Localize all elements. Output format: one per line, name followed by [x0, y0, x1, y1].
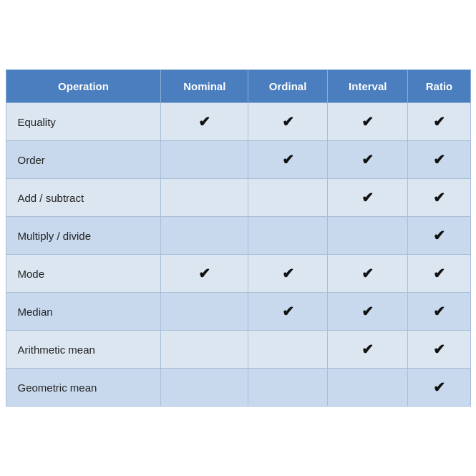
interval-cell: ✔ [328, 331, 408, 369]
operation-cell: Arithmetic mean [6, 331, 161, 369]
ordinal-cell [248, 369, 328, 407]
col-header-ratio: Ratio [408, 70, 470, 103]
table-wrapper: Operation Nominal Ordinal Interval Ratio… [6, 69, 471, 407]
ratio-cell: ✔ [408, 103, 470, 141]
operation-cell: Mode [6, 255, 161, 293]
ordinal-cell [248, 217, 328, 255]
checkmark-icon: ✔ [282, 266, 294, 281]
checkmark-icon: ✔ [361, 114, 374, 130]
table-row: Equality✔✔✔✔ [6, 103, 470, 141]
nominal-cell [161, 331, 248, 369]
checkmark-icon: ✔ [198, 114, 210, 130]
checkmark-icon: ✔ [433, 303, 445, 319]
nominal-cell [161, 217, 248, 255]
table-row: Arithmetic mean✔✔ [6, 331, 470, 369]
col-header-nominal: Nominal [161, 70, 248, 103]
checkmark-icon: ✔ [282, 152, 294, 167]
nominal-cell: ✔ [161, 255, 248, 293]
operation-cell: Geometric mean [6, 369, 161, 407]
operation-cell: Equality [6, 103, 161, 141]
col-header-interval: Interval [328, 70, 408, 103]
ratio-cell: ✔ [408, 331, 470, 369]
checkmark-icon: ✔ [361, 152, 374, 167]
ordinal-cell: ✔ [248, 255, 328, 293]
checkmark-icon: ✔ [433, 190, 445, 205]
nominal-cell: ✔ [161, 103, 248, 141]
operation-cell: Order [6, 141, 161, 179]
operation-cell: Median [6, 293, 161, 331]
checkmark-icon: ✔ [282, 303, 294, 319]
interval-cell: ✔ [328, 103, 408, 141]
checkmark-icon: ✔ [361, 266, 374, 281]
operation-cell: Add / subtract [6, 179, 161, 217]
ratio-cell: ✔ [408, 141, 470, 179]
col-header-operation: Operation [6, 70, 161, 103]
table-row: Add / subtract✔✔ [6, 179, 470, 217]
interval-cell [328, 369, 408, 407]
checkmark-icon: ✔ [433, 341, 445, 357]
nominal-cell [161, 141, 248, 179]
header-row: Operation Nominal Ordinal Interval Ratio [6, 70, 470, 103]
col-header-ordinal: Ordinal [248, 70, 328, 103]
table-row: Mode✔✔✔✔ [6, 255, 470, 293]
ordinal-cell: ✔ [248, 141, 328, 179]
checkmark-icon: ✔ [361, 341, 374, 357]
data-table: Operation Nominal Ordinal Interval Ratio… [6, 69, 471, 407]
checkmark-icon: ✔ [433, 152, 445, 167]
ratio-cell: ✔ [408, 255, 470, 293]
interval-cell [328, 217, 408, 255]
checkmark-icon: ✔ [282, 114, 294, 130]
checkmark-icon: ✔ [361, 303, 374, 319]
ratio-cell: ✔ [408, 179, 470, 217]
ratio-cell: ✔ [408, 217, 470, 255]
table-row: Order✔✔✔ [6, 141, 470, 179]
ratio-cell: ✔ [408, 369, 470, 407]
table-row: Multiply / divide✔ [6, 217, 470, 255]
nominal-cell [161, 293, 248, 331]
ordinal-cell [248, 331, 328, 369]
interval-cell: ✔ [328, 293, 408, 331]
checkmark-icon: ✔ [433, 379, 445, 395]
ordinal-cell: ✔ [248, 293, 328, 331]
checkmark-icon: ✔ [433, 228, 445, 243]
ratio-cell: ✔ [408, 293, 470, 331]
interval-cell: ✔ [328, 141, 408, 179]
checkmark-icon: ✔ [198, 266, 210, 281]
nominal-cell [161, 179, 248, 217]
checkmark-icon: ✔ [433, 114, 445, 130]
table-row: Median✔✔✔ [6, 293, 470, 331]
nominal-cell [161, 369, 248, 407]
interval-cell: ✔ [328, 179, 408, 217]
interval-cell: ✔ [328, 255, 408, 293]
table-row: Geometric mean✔ [6, 369, 470, 407]
operation-cell: Multiply / divide [6, 217, 161, 255]
checkmark-icon: ✔ [361, 190, 374, 205]
checkmark-icon: ✔ [433, 266, 445, 281]
ordinal-cell [248, 179, 328, 217]
ordinal-cell: ✔ [248, 103, 328, 141]
